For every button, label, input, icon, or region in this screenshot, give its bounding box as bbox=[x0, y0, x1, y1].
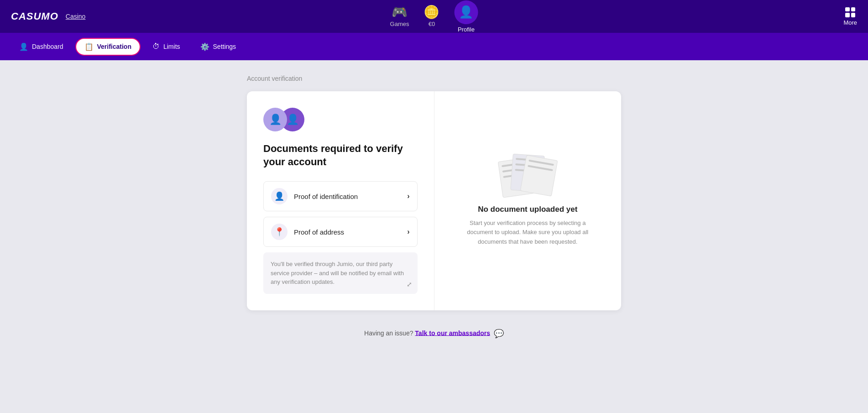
games-icon: 🎮 bbox=[392, 6, 408, 19]
nav-balance[interactable]: 🪙 €0 bbox=[424, 6, 439, 27]
person-icons: 👤 👤 bbox=[263, 108, 418, 131]
doc-id-label: Proof of identification bbox=[294, 193, 401, 200]
verification-card: 👤 👤 Documents required to verify your ac… bbox=[247, 91, 621, 310]
card-left-panel: 👤 👤 Documents required to verify your ac… bbox=[247, 91, 434, 310]
verification-icon: 📋 bbox=[84, 42, 94, 51]
doc-item-address[interactable]: 📍 Proof of address › bbox=[263, 217, 418, 247]
more-label: More bbox=[843, 19, 857, 26]
id-icon: 👤 bbox=[271, 188, 288, 204]
ambassador-link[interactable]: Talk to our ambassadors bbox=[415, 329, 490, 336]
person-icon-light: 👤 bbox=[263, 108, 287, 131]
profile-icon: 👤 bbox=[459, 5, 473, 19]
nav-more[interactable]: More bbox=[843, 7, 857, 26]
nav-games[interactable]: 🎮 Games bbox=[390, 6, 409, 27]
sub-nav-dashboard-label: Dashboard bbox=[32, 43, 63, 50]
document-illustration bbox=[500, 155, 555, 196]
sub-nav-settings[interactable]: ⚙️ Settings bbox=[192, 39, 245, 55]
profile-icon-circle: 👤 bbox=[454, 0, 478, 24]
balance-icon: 🪙 bbox=[424, 6, 439, 19]
top-navigation: CASUMO Casino 🎮 Games 🪙 €0 👤 Profile Mor… bbox=[0, 0, 868, 33]
sub-nav-limits-label: Limits bbox=[163, 43, 180, 50]
nav-profile-label: Profile bbox=[458, 26, 475, 33]
limits-icon: ⏱ bbox=[152, 42, 160, 51]
address-arrow-icon: › bbox=[407, 228, 409, 236]
info-text: You'll be verified through Jumio, our th… bbox=[271, 261, 404, 285]
casino-link[interactable]: Casino bbox=[66, 13, 86, 20]
expand-icon[interactable]: ⤢ bbox=[407, 280, 412, 289]
sub-nav-verification-label: Verification bbox=[97, 43, 131, 50]
nav-balance-label: €0 bbox=[429, 21, 435, 27]
logo: CASUMO bbox=[11, 10, 58, 22]
footer: Having an issue? Talk to our ambassadors… bbox=[364, 329, 504, 339]
doc-address-label: Proof of address bbox=[294, 228, 401, 236]
dashboard-icon: 👤 bbox=[19, 42, 28, 51]
nav-games-label: Games bbox=[390, 21, 409, 27]
doc-item-identification[interactable]: 👤 Proof of identification › bbox=[263, 181, 418, 211]
sub-nav-dashboard[interactable]: 👤 Dashboard bbox=[11, 39, 72, 55]
nav-center: 🎮 Games 🪙 €0 👤 Profile bbox=[390, 0, 478, 33]
sub-navigation: 👤 Dashboard 📋 Verification ⏱ Limits ⚙️ S… bbox=[0, 33, 868, 60]
sub-nav-settings-label: Settings bbox=[213, 43, 236, 50]
info-box: You'll be verified through Jumio, our th… bbox=[263, 252, 418, 294]
sub-nav-limits[interactable]: ⏱ Limits bbox=[144, 39, 188, 54]
chat-icon: 💬 bbox=[494, 329, 504, 338]
breadcrumb: Account verification bbox=[247, 75, 302, 82]
no-document-title: No document uploaded yet bbox=[478, 205, 577, 214]
settings-icon: ⚙️ bbox=[200, 42, 209, 51]
more-icon bbox=[845, 7, 855, 17]
address-icon: 📍 bbox=[271, 224, 288, 240]
footer-text: Having an issue? bbox=[364, 329, 413, 336]
nav-profile[interactable]: 👤 Profile bbox=[454, 0, 478, 33]
papers-graphic bbox=[500, 155, 555, 196]
id-arrow-icon: › bbox=[407, 192, 409, 200]
sub-nav-verification[interactable]: 📋 Verification bbox=[75, 38, 141, 56]
card-right-panel: No document uploaded yet Start your veri… bbox=[434, 91, 622, 310]
card-heading: Documents required to verify your accoun… bbox=[263, 142, 418, 168]
paper-3 bbox=[520, 155, 558, 196]
main-content: Account verification 👤 👤 Documents requi… bbox=[0, 60, 868, 353]
no-document-description: Start your verification process by selec… bbox=[464, 219, 591, 247]
